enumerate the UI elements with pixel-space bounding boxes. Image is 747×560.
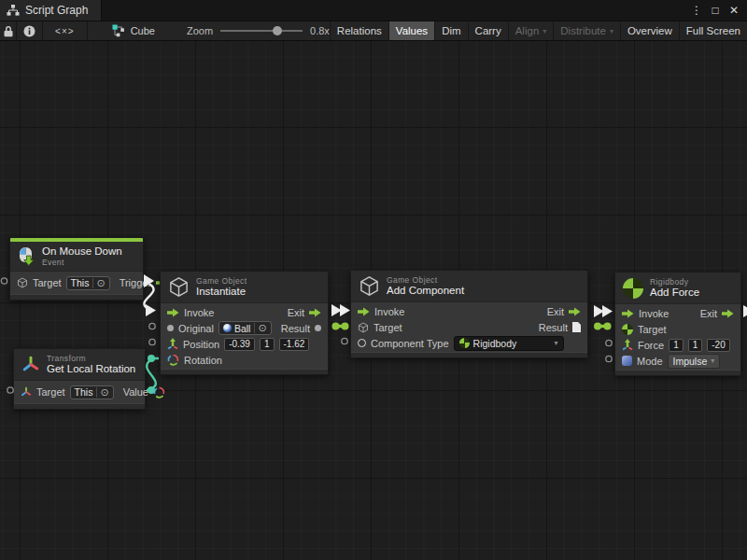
dim-button[interactable]: Dim	[434, 21, 467, 40]
node-title: Add Component	[387, 285, 464, 298]
code-view-button[interactable]: <×>	[43, 21, 88, 40]
node-instantiate[interactable]: Game Object Instantiate Invoke Exit	[160, 271, 329, 375]
values-button[interactable]: Values	[388, 21, 434, 40]
align-button[interactable]: Align ▾	[508, 21, 554, 40]
node-add-component[interactable]: Game Object Add Component Invoke Exit	[350, 270, 588, 358]
values-label: Values	[396, 25, 428, 36]
graph-reference[interactable]: Cube	[112, 21, 155, 40]
document-icon	[572, 322, 581, 332]
result-port-label: Result	[281, 323, 310, 334]
mode-dropdown[interactable]: Impulse ▾	[668, 354, 721, 369]
mouse-icon	[18, 246, 35, 267]
position-z-input[interactable]: -1.62	[279, 338, 310, 351]
position-icon	[167, 338, 178, 350]
port-rotation-in[interactable]	[148, 355, 155, 362]
trigger-port-label: Trigger	[120, 277, 151, 288]
zoom-slider[interactable]	[220, 24, 303, 37]
port-invoke-in[interactable]	[602, 305, 613, 317]
flow-row: Invoke Exit	[615, 305, 740, 321]
position-y-input[interactable]: 1	[260, 338, 275, 351]
port-on-mouse-down-target	[1, 278, 7, 284]
game-object-icon	[17, 277, 28, 288]
original-result-row: Original Ball ⊙ Result	[161, 320, 328, 336]
port-target-in[interactable]	[342, 323, 349, 330]
original-port-label: Original	[178, 323, 214, 334]
invoke-port-label: Invoke	[374, 306, 404, 317]
port-result-out[interactable]	[594, 323, 601, 330]
object-picker-button[interactable]: ⊙	[254, 323, 266, 333]
flow-arrow-icon	[569, 307, 581, 316]
invoke-port-label: Invoke	[184, 307, 214, 318]
position-x-input[interactable]: -0.39	[224, 338, 255, 351]
object-picker-button[interactable]: ⊙	[96, 387, 108, 398]
chevron-down-icon: ▾	[555, 339, 558, 347]
overview-button[interactable]: Overview	[620, 21, 679, 40]
overview-label: Overview	[627, 25, 672, 36]
force-y-input[interactable]: 1	[688, 339, 703, 352]
target-object-field[interactable]: This ⊙	[66, 276, 110, 290]
target-value: This	[75, 386, 93, 398]
node-header: Transform Get Local Rotation	[14, 349, 145, 381]
code-icon: <×>	[55, 26, 75, 36]
port-exit-out-clipped[interactable]	[743, 305, 747, 317]
game-object-icon	[358, 322, 369, 333]
force-z-input[interactable]: -20	[707, 339, 729, 352]
lock-button[interactable]	[0, 21, 17, 40]
object-picker-button[interactable]: ⊙	[92, 278, 105, 288]
target-value: This	[71, 277, 90, 288]
distribute-button[interactable]: Distribute ▾	[553, 21, 620, 40]
toolbar-buttons: Relations Values Dim Carry Align ▾ Distr…	[330, 21, 747, 40]
value-port-label: Value	[123, 386, 148, 398]
rotation-icon	[153, 386, 165, 399]
node-add-force[interactable]: Rigidbody Add Force Invoke Exit	[614, 272, 741, 376]
force-icon	[622, 339, 633, 351]
info-button[interactable]	[17, 21, 43, 40]
full-screen-button[interactable]: Full Screen	[679, 21, 747, 40]
window-menu-button[interactable]: ⋮	[689, 3, 704, 18]
node-footer	[10, 294, 143, 300]
info-icon	[23, 25, 35, 37]
port-instantiate-original	[149, 323, 155, 329]
carry-button[interactable]: Carry	[468, 21, 508, 40]
force-row: Force 1 1 -20	[615, 337, 740, 353]
rotation-icon	[167, 354, 179, 366]
graph-asset-icon	[112, 24, 125, 37]
port-invoke-in[interactable]	[146, 304, 156, 316]
zoom-slider-handle[interactable]	[273, 26, 282, 35]
port-result-out[interactable]	[332, 323, 340, 330]
window-maximize-button[interactable]: □	[708, 3, 723, 18]
node-footer	[615, 370, 740, 375]
node-get-local-rotation[interactable]: Transform Get Local Rotation Target	[13, 348, 146, 410]
value-port-icon	[167, 325, 174, 331]
node-subtitle: Event	[42, 258, 122, 267]
graph-canvas[interactable]: On Mouse Down Event Target This ⊙	[0, 41, 747, 560]
force-x-input[interactable]: 1	[669, 339, 684, 352]
original-object-field[interactable]: Ball ⊙	[218, 321, 272, 335]
flow-arrow-icon	[309, 308, 321, 317]
port-invoke-in[interactable]	[340, 304, 350, 316]
component-type-label: Component Type	[371, 338, 449, 349]
window-controls: ⋮ □ ✕	[689, 0, 747, 21]
port-exit-out[interactable]	[331, 304, 342, 316]
node-title: Add Force	[650, 287, 699, 300]
relations-button[interactable]: Relations	[330, 21, 388, 40]
node-on-mouse-down[interactable]: On Mouse Down Event Target This ⊙	[9, 237, 144, 301]
port-exit-out[interactable]	[594, 305, 604, 317]
tab-script-graph[interactable]: Script Graph	[0, 0, 102, 21]
window-close-button[interactable]: ✕	[726, 3, 741, 18]
port-target-in[interactable]	[604, 323, 612, 330]
node-subtitle: Game Object	[387, 275, 464, 285]
zoom-slider-track	[220, 30, 303, 32]
target-object-field[interactable]: This ⊙	[70, 385, 114, 399]
component-type-dropdown[interactable]: Rigidbody ▾	[454, 336, 564, 351]
enum-icon	[622, 356, 632, 366]
script-graph-window: Script Graph ⋮ □ ✕	[0, 0, 747, 560]
port-add-force-mode	[606, 356, 612, 361]
position-row: Position -0.39 1 -1.62	[161, 336, 328, 352]
invoke-port-label: Invoke	[639, 308, 669, 319]
target-port-label: Target	[36, 386, 65, 398]
rotation-row: Rotation	[161, 352, 328, 368]
exit-port-label: Exit	[547, 306, 564, 317]
force-port-label: Force	[638, 340, 664, 351]
flow-arrow-icon	[167, 308, 179, 317]
